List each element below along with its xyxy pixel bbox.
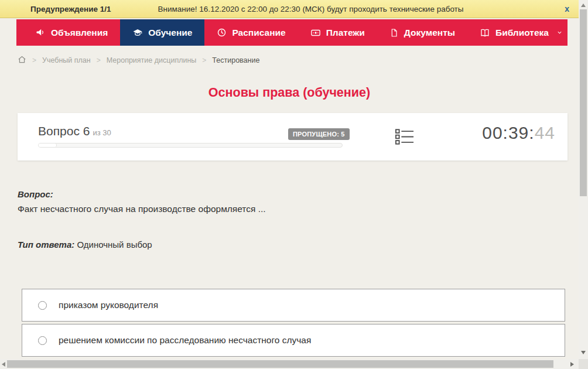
progress-fill [39, 144, 57, 147]
breadcrumb-separator: > [202, 56, 206, 64]
question-header-card: Вопрос 6из 30 ПРОПУЩЕНО: 5 00:39:44 [18, 113, 568, 160]
answer-option-1[interactable]: приказом руководителя [22, 289, 565, 322]
warning-label: Предупреждение 1/1 [30, 5, 111, 13]
page-content: Предупреждение 1/1 Внимание! 16.12.2020 … [0, 0, 579, 359]
nav-label: Документы [404, 28, 455, 38]
answer-label: решением комиссии по расследованию несча… [59, 335, 311, 346]
nav-label: Библиотека [495, 28, 549, 38]
skipped-badge: ПРОПУЩЕНО: 5 [288, 128, 350, 140]
megaphone-icon [36, 28, 46, 37]
vertical-scrollbar-thumb[interactable] [580, 9, 587, 196]
horizontal-scrollbar-thumb[interactable] [7, 360, 553, 368]
book-icon [480, 28, 490, 38]
answer-type-row: Тип ответа: Одиночный выбор [18, 240, 152, 250]
credit-card-icon [310, 28, 321, 38]
warning-message: Внимание! 16.12.2020 с 22:00 до 22:30 (М… [158, 5, 464, 13]
scroll-left-arrow-icon[interactable] [2, 362, 5, 367]
nav-label: Расписание [232, 28, 285, 38]
answer-option-2[interactable]: решением комиссии по расследованию несча… [22, 324, 565, 357]
breadcrumb-separator: > [32, 56, 36, 64]
answer-type-label: Тип ответа: [18, 240, 74, 250]
radio-icon[interactable] [38, 301, 47, 310]
chevron-down-icon [556, 29, 563, 36]
graduation-cap-icon [132, 28, 143, 38]
scroll-up-arrow-icon[interactable] [581, 4, 586, 7]
scroll-down-arrow-icon[interactable] [581, 351, 586, 354]
timer-seconds: 44 [535, 123, 555, 142]
question-count-label: из 30 [93, 128, 111, 137]
scrollbar-corner [579, 359, 588, 369]
page-title: Основы права (обучение) [0, 86, 579, 100]
nav-item-payments[interactable]: Платежи [298, 19, 377, 46]
nav-label: Обучение [148, 28, 192, 38]
nav-item-announcements[interactable]: Объявления [23, 19, 120, 46]
clock-icon [217, 28, 227, 37]
answer-type-value: Одиночный выбор [77, 240, 152, 250]
breadcrumb: > Учебный план > Мероприятие дисциплины … [18, 55, 259, 66]
nav-label: Платежи [326, 28, 365, 38]
document-icon [389, 28, 399, 37]
radio-icon[interactable] [38, 336, 47, 345]
nav-item-documents[interactable]: Документы [377, 19, 467, 46]
warning-close-button[interactable]: x [565, 4, 569, 13]
home-icon[interactable] [18, 55, 26, 66]
question-label: Вопрос: [18, 189, 53, 199]
vertical-scrollbar[interactable] [579, 0, 588, 359]
nav-item-library[interactable]: Библиотека [467, 19, 575, 46]
timer: 00:39:44 [482, 123, 555, 143]
question-number-label: Вопрос 6 [38, 124, 90, 138]
timer-minutes: 00:39: [482, 123, 534, 142]
answer-label: приказом руководителя [59, 300, 158, 310]
breadcrumb-separator: > [97, 56, 101, 64]
progress-bar [38, 143, 343, 148]
warning-banner: Предупреждение 1/1 Внимание! 16.12.2020 … [0, 0, 579, 18]
nav-item-learning[interactable]: Обучение [120, 19, 204, 46]
breadcrumb-item-testing: Тестирование [212, 56, 259, 64]
nav-item-schedule[interactable]: Расписание [204, 19, 298, 46]
question-list-icon[interactable] [395, 129, 414, 147]
breadcrumb-item-curriculum[interactable]: Учебный план [42, 56, 91, 64]
breadcrumb-item-discipline-event[interactable]: Мероприятие дисциплины [107, 56, 197, 64]
main-nav: Объявления Обучение Расписание Платежи Д… [16, 19, 568, 46]
question-text: Факт несчастного случая на производстве … [18, 204, 266, 214]
scroll-right-arrow-icon[interactable] [570, 362, 574, 367]
nav-label: Объявления [51, 28, 108, 38]
question-number: Вопрос 6из 30 [38, 124, 111, 138]
horizontal-scrollbar[interactable] [0, 359, 579, 369]
